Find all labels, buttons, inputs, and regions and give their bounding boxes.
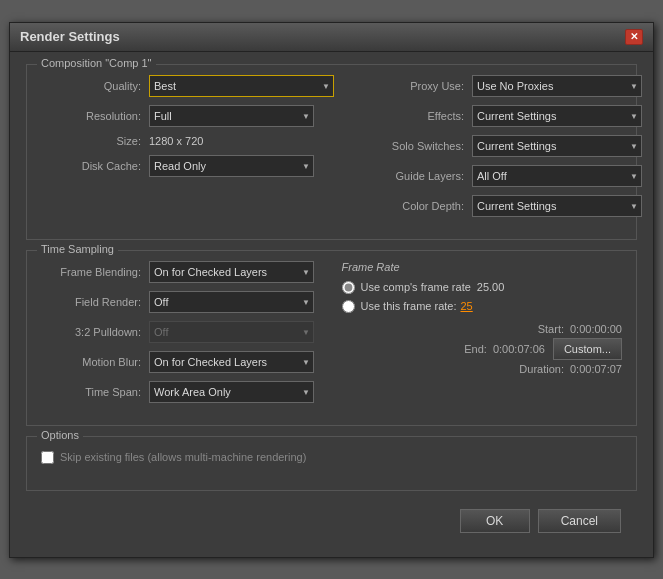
skip-files-label: Skip existing files (allows multi-machin… (60, 451, 306, 463)
end-row: End: 0:00:07:06 Custom... (342, 338, 623, 360)
time-sampling-label: Time Sampling (37, 243, 118, 255)
time-info: Start: 0:00:00:00 End: 0:00:07:06 Custom… (342, 323, 623, 375)
motion-blur-label: Motion Blur: (41, 356, 141, 368)
close-button[interactable]: ✕ (625, 29, 643, 45)
pulldown-select[interactable]: Off (149, 321, 314, 343)
effects-row: Effects: Current Settings All On All Off (354, 105, 642, 127)
duration-value: 0:00:07:07 (570, 363, 622, 375)
dialog-body: Composition "Comp 1" Quality: Best Draft… (10, 52, 653, 557)
start-value: 0:00:00:00 (570, 323, 622, 335)
size-value: 1280 x 720 (149, 135, 203, 147)
time-span-select[interactable]: Work Area Only Length of Comp Custom (149, 381, 314, 403)
pulldown-row: 3:2 Pulldown: Off (41, 321, 322, 343)
time-sampling-cols: Frame Blending: On for Checked Layers Of… (41, 261, 622, 411)
pulldown-select-wrapper: Off (149, 321, 314, 343)
effects-select-wrapper: Current Settings All On All Off (472, 105, 642, 127)
effects-select[interactable]: Current Settings All On All Off (472, 105, 642, 127)
right-settings: Proxy Use: Use No Proxies Current Settin… (354, 75, 642, 225)
field-render-label: Field Render: (41, 296, 141, 308)
solo-switches-row: Solo Switches: Current Settings (354, 135, 642, 157)
time-span-row: Time Span: Work Area Only Length of Comp… (41, 381, 322, 403)
ts-left-col: Frame Blending: On for Checked Layers Of… (41, 261, 322, 411)
ts-right-col: Frame Rate Use comp's frame rate 25.00 U… (342, 261, 623, 411)
disk-cache-row: Disk Cache: Read Only Current Settings (41, 155, 334, 177)
proxy-use-select-wrapper: Use No Proxies Current Settings (472, 75, 642, 97)
color-depth-label: Color Depth: (354, 200, 464, 212)
proxy-use-row: Proxy Use: Use No Proxies Current Settin… (354, 75, 642, 97)
disk-cache-label: Disk Cache: (41, 160, 141, 172)
resolution-row: Resolution: Full Half Third Quarter (41, 105, 334, 127)
custom-rate-row: Use this frame rate: 25 (342, 300, 623, 313)
options-section-label: Options (37, 429, 83, 441)
guide-layers-select-wrapper: All Off All On (472, 165, 642, 187)
composition-section: Composition "Comp 1" Quality: Best Draft… (26, 64, 637, 240)
time-span-select-wrapper: Work Area Only Length of Comp Custom (149, 381, 314, 403)
resolution-label: Resolution: (41, 110, 141, 122)
composition-settings: Quality: Best Draft Wireframe Resolution… (41, 75, 622, 225)
frame-blending-select[interactable]: On for Checked Layers Off (149, 261, 314, 283)
custom-button[interactable]: Custom... (553, 338, 622, 360)
proxy-use-select[interactable]: Use No Proxies Current Settings (472, 75, 642, 97)
effects-label: Effects: (354, 110, 464, 122)
field-render-select-wrapper: Off Upper Field First Lower Field First (149, 291, 314, 313)
end-value: 0:00:07:06 (493, 343, 545, 355)
custom-rate-value: 25 (460, 300, 472, 312)
bottom-buttons: OK Cancel (26, 501, 637, 545)
skip-files-checkbox[interactable] (41, 451, 54, 464)
dialog-title: Render Settings (20, 29, 120, 44)
color-depth-row: Color Depth: Current Settings (354, 195, 642, 217)
render-settings-dialog: Render Settings ✕ Composition "Comp 1" Q… (9, 22, 654, 558)
resolution-select-wrapper: Full Half Third Quarter (149, 105, 314, 127)
resolution-select[interactable]: Full Half Third Quarter (149, 105, 314, 127)
custom-rate-label: Use this frame rate: (361, 300, 457, 312)
start-row: Start: 0:00:00:00 (342, 323, 623, 335)
color-depth-select-wrapper: Current Settings (472, 195, 642, 217)
start-label: Start: (538, 323, 564, 335)
composition-label: Composition "Comp 1" (37, 57, 156, 69)
motion-blur-row: Motion Blur: On for Checked Layers Off (41, 351, 322, 373)
guide-layers-row: Guide Layers: All Off All On (354, 165, 642, 187)
frame-blending-label: Frame Blending: (41, 266, 141, 278)
quality-select-wrapper: Best Draft Wireframe (149, 75, 334, 97)
solo-switches-select-wrapper: Current Settings (472, 135, 642, 157)
guide-layers-select[interactable]: All Off All On (472, 165, 642, 187)
duration-row: Duration: 0:00:07:07 (342, 363, 623, 375)
ok-button[interactable]: OK (460, 509, 530, 533)
size-label: Size: (41, 135, 141, 147)
custom-rate-radio[interactable] (342, 300, 355, 313)
frame-blending-select-wrapper: On for Checked Layers Off (149, 261, 314, 283)
pulldown-label: 3:2 Pulldown: (41, 326, 141, 338)
guide-layers-label: Guide Layers: (354, 170, 464, 182)
cancel-button[interactable]: Cancel (538, 509, 621, 533)
motion-blur-select-wrapper: On for Checked Layers Off (149, 351, 314, 373)
proxy-use-label: Proxy Use: (354, 80, 464, 92)
quality-row: Quality: Best Draft Wireframe (41, 75, 334, 97)
options-section: Options Skip existing files (allows mult… (26, 436, 637, 491)
left-settings: Quality: Best Draft Wireframe Resolution… (41, 75, 334, 225)
field-render-select[interactable]: Off Upper Field First Lower Field First (149, 291, 314, 313)
comp-rate-row: Use comp's frame rate 25.00 (342, 281, 623, 294)
quality-label: Quality: (41, 80, 141, 92)
size-row: Size: 1280 x 720 (41, 135, 334, 147)
frame-rate-box: Frame Rate Use comp's frame rate 25.00 U… (342, 261, 623, 313)
comp-rate-value: 25.00 (477, 281, 505, 293)
field-render-row: Field Render: Off Upper Field First Lowe… (41, 291, 322, 313)
solo-switches-select[interactable]: Current Settings (472, 135, 642, 157)
duration-label: Duration: (519, 363, 564, 375)
solo-switches-label: Solo Switches: (354, 140, 464, 152)
title-bar: Render Settings ✕ (10, 23, 653, 52)
skip-files-row: Skip existing files (allows multi-machin… (41, 451, 622, 464)
time-sampling-section: Time Sampling Frame Blending: On for Che… (26, 250, 637, 426)
time-span-label: Time Span: (41, 386, 141, 398)
motion-blur-select[interactable]: On for Checked Layers Off (149, 351, 314, 373)
comp-rate-label: Use comp's frame rate (361, 281, 471, 293)
comp-rate-radio[interactable] (342, 281, 355, 294)
disk-cache-select[interactable]: Read Only Current Settings (149, 155, 314, 177)
frame-rate-title: Frame Rate (342, 261, 623, 273)
end-label: End: (464, 343, 487, 355)
frame-blending-row: Frame Blending: On for Checked Layers Of… (41, 261, 322, 283)
color-depth-select[interactable]: Current Settings (472, 195, 642, 217)
quality-select[interactable]: Best Draft Wireframe (149, 75, 334, 97)
disk-cache-select-wrapper: Read Only Current Settings (149, 155, 314, 177)
